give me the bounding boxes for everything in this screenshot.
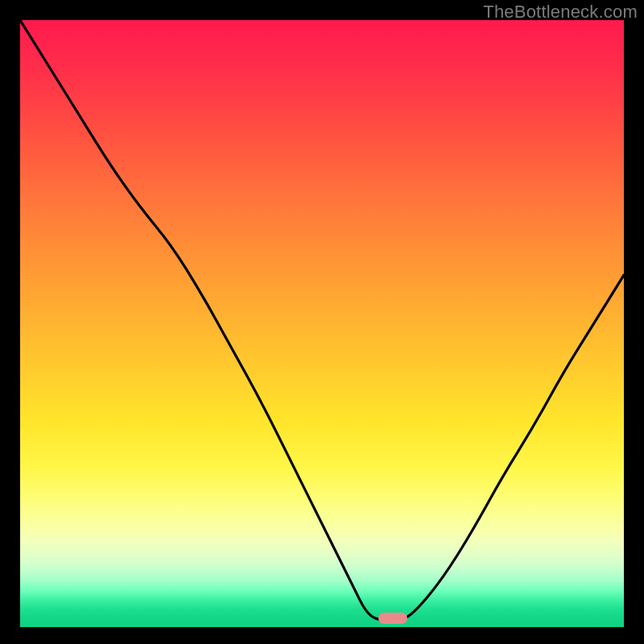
bottleneck-curve [20,20,624,627]
curve-line [20,20,624,621]
gradient-plot-area [20,20,624,627]
watermark-text: TheBottleneck.com [483,2,638,23]
optimal-point-marker [378,613,407,624]
